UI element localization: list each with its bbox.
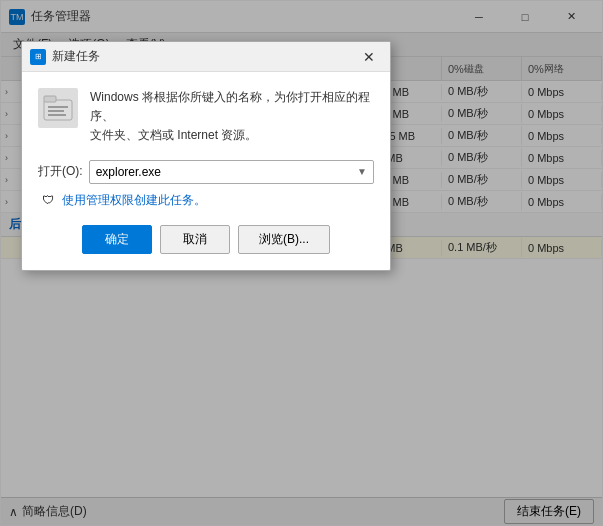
admin-text[interactable]: 使用管理权限创建此任务。 bbox=[62, 192, 206, 209]
svg-rect-3 bbox=[48, 110, 64, 112]
dialog-title-bar: ⊞ 新建任务 ✕ bbox=[22, 42, 390, 72]
dialog-info-icon bbox=[38, 88, 78, 128]
dialog-close-button[interactable]: ✕ bbox=[356, 44, 382, 70]
dialog-info-text: Windows 将根据你所键入的名称，为你打开相应的程序、文件夹、文档或 Int… bbox=[90, 88, 374, 146]
dialog-dropdown-button[interactable]: ▼ bbox=[351, 161, 373, 183]
dialog-overlay: ⊞ 新建任务 ✕ bbox=[1, 1, 602, 525]
dialog-browse-button[interactable]: 浏览(B)... bbox=[238, 225, 330, 254]
new-task-dialog: ⊞ 新建任务 ✕ bbox=[21, 41, 391, 271]
dialog-open-label: 打开(O): bbox=[38, 163, 83, 180]
dialog-input[interactable] bbox=[90, 162, 351, 182]
dialog-buttons: 确定 取消 浏览(B)... bbox=[38, 225, 374, 254]
dialog-title-text: 新建任务 bbox=[52, 48, 356, 65]
dialog-ok-button[interactable]: 确定 bbox=[82, 225, 152, 254]
dialog-title-icon: ⊞ bbox=[30, 49, 46, 65]
svg-rect-2 bbox=[48, 106, 68, 108]
dialog-body: Windows 将根据你所键入的名称，为你打开相应的程序、文件夹、文档或 Int… bbox=[22, 72, 390, 270]
dialog-input-container: ▼ bbox=[89, 160, 374, 184]
admin-shield-icon: 🛡 bbox=[40, 192, 56, 208]
svg-rect-1 bbox=[44, 96, 56, 102]
svg-rect-4 bbox=[48, 114, 66, 116]
dialog-info-row: Windows 将根据你所键入的名称，为你打开相应的程序、文件夹、文档或 Int… bbox=[38, 88, 374, 146]
dialog-admin-row: 🛡 使用管理权限创建此任务。 bbox=[38, 192, 374, 209]
task-manager-window: TM 任务管理器 ─ □ ✕ 文件(F) 选项(O) 查看(V) 3% 0%磁盘… bbox=[0, 0, 603, 526]
dialog-label-row: 打开(O): ▼ bbox=[38, 160, 374, 184]
dialog-cancel-button[interactable]: 取消 bbox=[160, 225, 230, 254]
